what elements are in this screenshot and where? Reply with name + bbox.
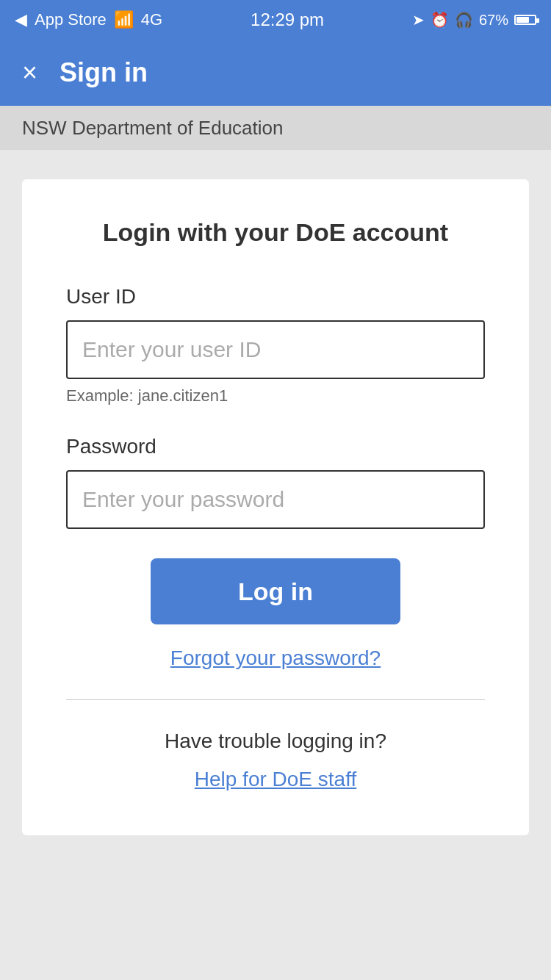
organization-label: NSW Department of Education [22, 117, 284, 140]
login-card: Login with your DoE account User ID Exam… [22, 179, 529, 835]
userid-hint: Example: jane.citizen1 [66, 386, 485, 406]
network-label: 4G [141, 10, 162, 29]
page-title: Sign in [60, 57, 148, 88]
password-field-group: Password [66, 435, 485, 529]
alarm-icon: ⏰ [431, 11, 449, 29]
login-button[interactable]: Log in [151, 558, 400, 624]
help-link[interactable]: Help for DoE staff [195, 768, 356, 790]
forgot-password-link[interactable]: Forgot your password? [170, 646, 381, 669]
userid-field-group: User ID Example: jane.citizen1 [66, 285, 485, 406]
battery-percent: 67% [479, 12, 508, 29]
close-button[interactable]: × [22, 60, 37, 86]
carrier-label: App Store [35, 10, 107, 29]
password-label: Password [66, 435, 485, 458]
userid-label: User ID [66, 285, 485, 309]
battery-icon [514, 15, 536, 25]
sub-header: NSW Department of Education [0, 106, 551, 150]
headphones-icon: 🎧 [455, 11, 473, 29]
status-time: 12:29 pm [251, 10, 324, 30]
forgot-password-container: Forgot your password? [66, 646, 485, 670]
trouble-text: Have trouble logging in? [66, 729, 485, 753]
main-content: Login with your DoE account User ID Exam… [0, 150, 551, 865]
status-right: ➤ ⏰ 🎧 67% [412, 11, 536, 29]
status-left: ◀ App Store 📶 4G [15, 10, 162, 29]
login-title: Login with your DoE account [66, 216, 485, 248]
signal-icon: 📶 [114, 10, 134, 29]
password-input[interactable] [66, 470, 485, 529]
back-arrow-icon: ◀ [15, 10, 27, 29]
status-bar: ◀ App Store 📶 4G 12:29 pm ➤ ⏰ 🎧 67% [0, 0, 551, 40]
help-link-container: Help for DoE staff [66, 768, 485, 791]
userid-input[interactable] [66, 320, 485, 379]
location-icon: ➤ [412, 11, 425, 29]
header-bar: × Sign in [0, 40, 551, 106]
divider [66, 699, 485, 700]
